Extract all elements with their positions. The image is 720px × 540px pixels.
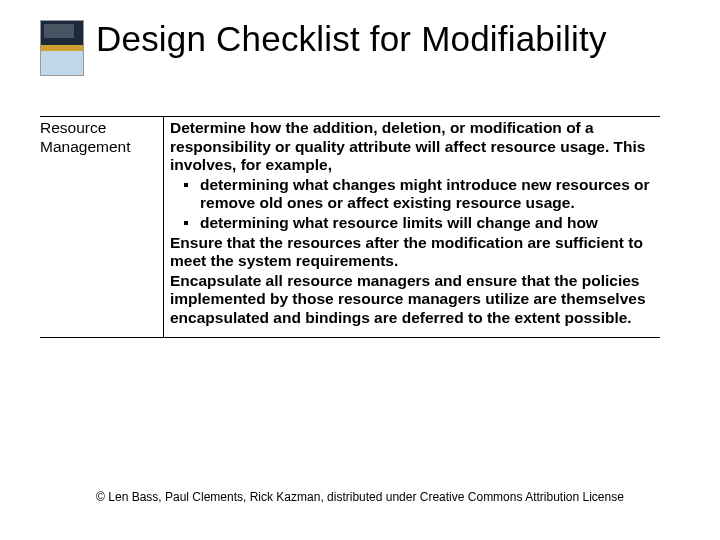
content-intro: Determine how the addition, deletion, or… bbox=[170, 119, 656, 175]
slide-footer: © Len Bass, Paul Clements, Rick Kazman, … bbox=[0, 490, 720, 504]
checklist-table: Resource Management Determine how the ad… bbox=[40, 116, 660, 338]
content-bullet-list: determining what changes might introduce… bbox=[170, 176, 656, 233]
table-content-cell: Determine how the addition, deletion, or… bbox=[164, 117, 660, 337]
list-item: determining what changes might introduce… bbox=[170, 176, 656, 213]
content-para-3: Encapsulate all resource managers and en… bbox=[170, 272, 656, 328]
table-category-cell: Resource Management bbox=[40, 117, 164, 337]
slide-title: Design Checklist for Modifiability bbox=[96, 20, 607, 59]
list-item: determining what resource limits will ch… bbox=[170, 214, 656, 233]
slide: Design Checklist for Modifiability Resou… bbox=[0, 0, 720, 540]
content-para-2: Ensure that the resources after the modi… bbox=[170, 234, 656, 271]
slide-header: Design Checklist for Modifiability bbox=[40, 20, 680, 76]
book-cover-thumbnail bbox=[40, 20, 84, 76]
